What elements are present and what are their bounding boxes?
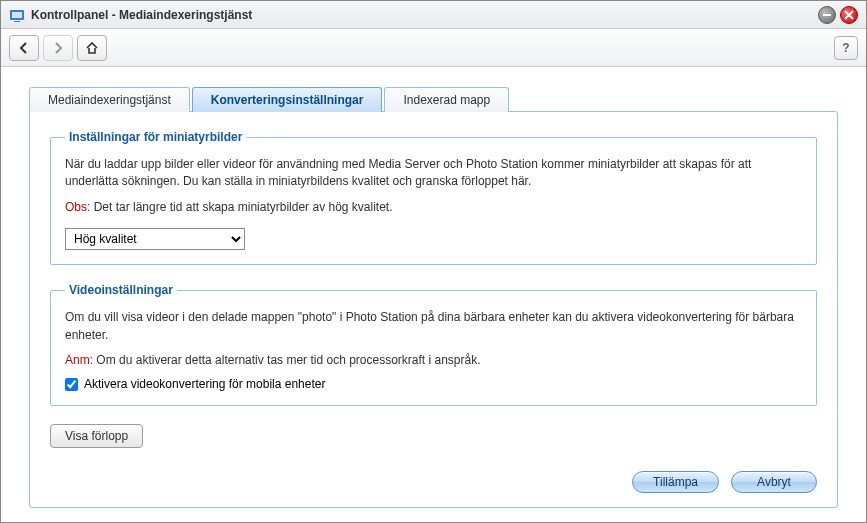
video-note: Anm: Om du aktiverar detta alternativ ta…: [65, 352, 802, 369]
close-button[interactable]: [840, 6, 858, 24]
minimize-button[interactable]: [818, 6, 836, 24]
tab-panel: Inställningar för miniatyrbilder När du …: [29, 111, 838, 508]
note-text: Om du aktiverar detta alternativ tas mer…: [96, 353, 480, 367]
apply-button[interactable]: Tillämpa: [632, 471, 719, 493]
svg-rect-2: [14, 21, 20, 22]
svg-rect-1: [12, 12, 22, 18]
svg-rect-3: [823, 14, 831, 16]
tab-indexed-folder[interactable]: Indexerad mapp: [384, 87, 509, 112]
quality-select-wrap: Hög kvalitet: [65, 228, 245, 250]
toolbar: ?: [1, 29, 866, 67]
footer-buttons: Tillämpa Avbryt: [50, 459, 817, 493]
enable-video-conversion-row[interactable]: Aktivera videokonvertering för mobila en…: [65, 377, 802, 391]
content-area: Mediaindexeringstjänst Konverteringsinst…: [1, 67, 866, 522]
thumbnail-settings-group: Inställningar för miniatyrbilder När du …: [50, 130, 817, 265]
thumbnail-desc: När du laddar upp bilder eller videor fö…: [65, 156, 802, 191]
enable-video-conversion-checkbox[interactable]: [65, 378, 78, 391]
app-icon: [9, 7, 25, 23]
show-progress-button[interactable]: Visa förlopp: [50, 424, 143, 448]
video-desc: Om du vill visa videor i den delade mapp…: [65, 309, 802, 344]
quality-select[interactable]: Hög kvalitet: [65, 228, 245, 250]
titlebar: Kontrollpanel - Mediaindexeringstjänst: [1, 1, 866, 29]
back-button[interactable]: [9, 35, 39, 61]
note-label: Anm:: [65, 353, 93, 367]
tab-bar: Mediaindexeringstjänst Konverteringsinst…: [29, 87, 838, 112]
note-label: Obs:: [65, 200, 90, 214]
window-title: Kontrollpanel - Mediaindexeringstjänst: [31, 8, 252, 22]
note-text: Det tar längre tid att skapa miniatyrbil…: [94, 200, 393, 214]
forward-button[interactable]: [43, 35, 73, 61]
enable-video-conversion-label: Aktivera videokonvertering för mobila en…: [84, 377, 325, 391]
tab-media-indexing[interactable]: Mediaindexeringstjänst: [29, 87, 190, 112]
window: Kontrollpanel - Mediaindexeringstjänst ?…: [0, 0, 867, 523]
video-legend: Videoinställningar: [65, 283, 177, 297]
home-button[interactable]: [77, 35, 107, 61]
thumbnail-note: Obs: Det tar längre tid att skapa miniat…: [65, 199, 802, 216]
tab-conversion-settings[interactable]: Konverteringsinställningar: [192, 87, 383, 112]
video-settings-group: Videoinställningar Om du vill visa video…: [50, 283, 817, 406]
thumbnail-legend: Inställningar för miniatyrbilder: [65, 130, 246, 144]
cancel-button[interactable]: Avbryt: [731, 471, 817, 493]
help-button[interactable]: ?: [834, 36, 858, 60]
